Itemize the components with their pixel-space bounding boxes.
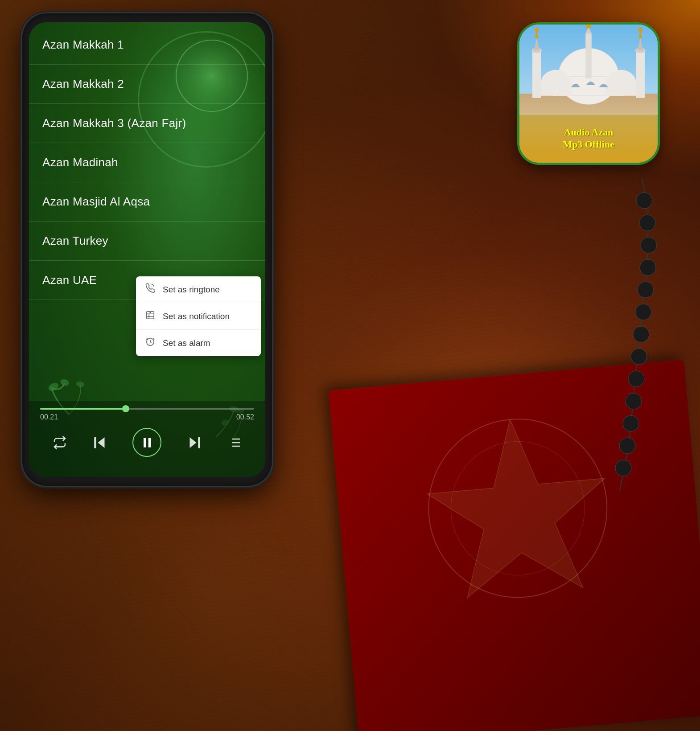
svg-rect-37 bbox=[585, 33, 592, 78]
repeat-button[interactable] bbox=[53, 435, 67, 450]
svg-rect-22 bbox=[541, 83, 571, 96]
player-controls: 00.21 00.52 bbox=[29, 401, 265, 477]
svg-point-16 bbox=[615, 460, 631, 476]
time-current: 00.21 bbox=[40, 413, 58, 421]
app-icon-mosque-image bbox=[519, 25, 658, 115]
svg-point-4 bbox=[636, 193, 652, 209]
next-button[interactable] bbox=[186, 435, 202, 451]
svg-point-64 bbox=[150, 312, 151, 313]
track-item-3[interactable]: Azan Makkah 3 (Azan Fajr) bbox=[29, 104, 265, 143]
svg-rect-31 bbox=[636, 50, 645, 98]
app-icon-text-area: Audio Azan Mp3 Offline bbox=[519, 115, 658, 163]
svg-rect-24 bbox=[606, 83, 636, 96]
track-item-1[interactable]: Azan Makkah 1 bbox=[29, 22, 265, 65]
notification-label: Set as notification bbox=[163, 312, 230, 321]
svg-point-10 bbox=[633, 326, 649, 342]
progress-bar-fill bbox=[40, 408, 126, 410]
svg-point-5 bbox=[639, 215, 655, 231]
progress-thumb bbox=[122, 405, 129, 412]
progress-bar-background bbox=[40, 408, 254, 410]
prev-button[interactable] bbox=[92, 435, 108, 451]
svg-point-15 bbox=[619, 438, 635, 454]
svg-point-8 bbox=[638, 282, 654, 298]
ringtone-label: Set as ringtone bbox=[163, 285, 220, 295]
time-total: 00.52 bbox=[236, 413, 254, 421]
track-label-4: Azan Madinah bbox=[42, 156, 118, 169]
svg-point-6 bbox=[641, 237, 657, 253]
svg-point-36 bbox=[638, 28, 642, 32]
rosary-beads bbox=[575, 178, 664, 492]
track-label-5: Azan Masjid Al Aqsa bbox=[42, 195, 150, 208]
alarm-label: Set as alarm bbox=[163, 338, 210, 348]
svg-point-11 bbox=[631, 349, 647, 365]
time-labels: 00.21 00.52 bbox=[40, 413, 254, 421]
set-notification-item[interactable]: Set as notification bbox=[136, 303, 261, 330]
app-icon-subtitle: Mp3 Offline bbox=[563, 139, 614, 150]
app-icon[interactable]: Audio Azan Mp3 Offline bbox=[517, 22, 660, 165]
track-label-3: Azan Makkah 3 (Azan Fajr) bbox=[42, 116, 186, 130]
pause-button[interactable] bbox=[132, 428, 161, 457]
ringtone-icon bbox=[145, 283, 156, 296]
playlist-button[interactable] bbox=[227, 435, 242, 450]
svg-rect-25 bbox=[532, 50, 541, 98]
svg-rect-50 bbox=[144, 438, 146, 447]
context-menu: Set as ringtone Set as notification bbox=[136, 276, 261, 356]
track-item-2[interactable]: Azan Makkah 2 bbox=[29, 65, 265, 104]
track-item-6[interactable]: Azan Turkey bbox=[29, 222, 265, 261]
phone-screen: Azan Makkah 1 Azan Makkah 2 Azan Makkah … bbox=[29, 22, 265, 477]
track-label-6: Azan Turkey bbox=[42, 234, 108, 247]
svg-point-7 bbox=[640, 259, 656, 275]
svg-marker-52 bbox=[190, 437, 197, 448]
track-label-1: Azan Makkah 1 bbox=[42, 38, 124, 51]
set-ringtone-item[interactable]: Set as ringtone bbox=[136, 276, 261, 303]
svg-point-14 bbox=[623, 415, 639, 431]
track-item-4[interactable]: Azan Madinah bbox=[29, 143, 265, 182]
track-label-2: Azan Makkah 2 bbox=[42, 77, 124, 90]
set-alarm-item[interactable]: Set as alarm bbox=[136, 330, 261, 356]
svg-point-12 bbox=[628, 371, 644, 387]
app-icon-title: Audio Azan bbox=[564, 127, 614, 138]
svg-point-9 bbox=[635, 304, 651, 320]
progress-container[interactable] bbox=[40, 408, 254, 410]
svg-point-30 bbox=[535, 28, 539, 32]
alarm-icon bbox=[145, 337, 156, 349]
phone-frame: Azan Makkah 1 Azan Makkah 2 Azan Makkah … bbox=[22, 13, 272, 486]
svg-rect-51 bbox=[148, 438, 151, 447]
controls-row bbox=[40, 428, 254, 457]
track-label-7: Azan UAE bbox=[42, 273, 97, 287]
svg-marker-48 bbox=[98, 437, 104, 448]
svg-point-13 bbox=[626, 393, 642, 409]
track-item-5[interactable]: Azan Masjid Al Aqsa bbox=[29, 182, 265, 222]
notification-icon bbox=[145, 310, 156, 322]
